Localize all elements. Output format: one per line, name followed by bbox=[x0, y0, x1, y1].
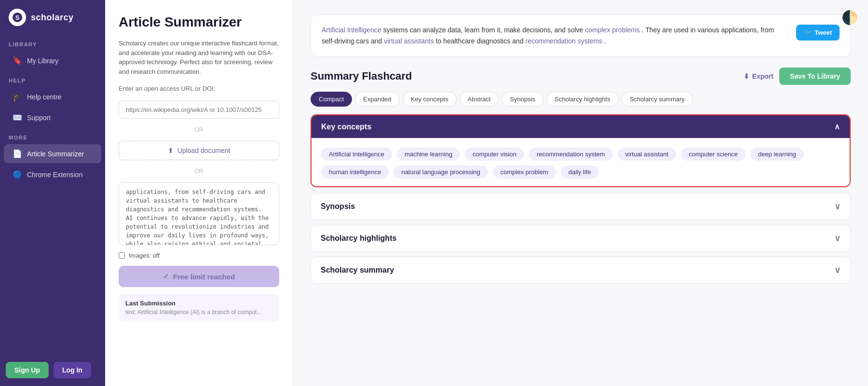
sidebar-logo[interactable]: S scholarcy bbox=[0, 0, 105, 35]
upload-document-button[interactable]: ⬆ Upload document bbox=[119, 141, 279, 160]
concept-tag-daily-life[interactable]: daily life bbox=[561, 165, 599, 179]
library-section-label: LIBRARY bbox=[0, 35, 105, 50]
last-submission-box: Last Submission text: Artificial Intelli… bbox=[119, 294, 279, 321]
export-label: Export bbox=[752, 72, 773, 80]
svg-text:S: S bbox=[15, 14, 20, 21]
tab-scholarcy-highlights-label: Scholarcy highlights bbox=[555, 96, 610, 103]
bookmark-icon: 🔖 bbox=[13, 56, 22, 65]
save-library-button[interactable]: Save To Library bbox=[779, 68, 851, 85]
tab-abstract[interactable]: Abstract bbox=[460, 92, 499, 107]
key-concepts-card: Key concepts ∧ Artificial Intelligence m… bbox=[311, 114, 851, 187]
sidebar: S scholarcy LIBRARY 🔖 My Library HELP 🎓 … bbox=[0, 0, 105, 386]
tab-key-concepts-label: Key concepts bbox=[411, 96, 448, 103]
key-concepts-title: Key concepts bbox=[321, 123, 371, 131]
tab-scholarcy-highlights[interactable]: Scholarcy highlights bbox=[546, 92, 619, 107]
sidebar-item-my-library[interactable]: 🔖 My Library bbox=[4, 51, 101, 70]
free-limit-label: Free limit reached bbox=[173, 273, 235, 281]
images-checkbox[interactable] bbox=[119, 252, 125, 259]
more-section-label: MORE bbox=[0, 128, 105, 143]
concept-tag-computer-vision[interactable]: computer vision bbox=[465, 148, 524, 161]
tab-key-concepts[interactable]: Key concepts bbox=[403, 92, 457, 107]
ai-link-recommendation-systems[interactable]: recommendation systems bbox=[526, 37, 603, 45]
sidebar-item-support[interactable]: ✉️ Support bbox=[4, 108, 101, 127]
ai-link-virtual-assistants[interactable]: virtual assistants bbox=[384, 37, 434, 45]
tab-compact-label: Compact bbox=[319, 96, 344, 103]
page-title: Article Summarizer bbox=[119, 14, 279, 30]
key-concepts-body: Artificial Intelligence machine learning… bbox=[312, 138, 850, 186]
synopsis-section: Synopsis ∨ bbox=[311, 193, 851, 220]
login-button[interactable]: Log In bbox=[54, 362, 91, 378]
scholarcy-summary-chevron-down-icon: ∨ bbox=[834, 265, 841, 276]
scholarcy-summary-header[interactable]: Scholarcy summary ∨ bbox=[311, 257, 850, 283]
scholarcy-summary-label: Scholarcy summary bbox=[321, 266, 394, 275]
url-input[interactable] bbox=[119, 101, 279, 119]
images-row: Images: off bbox=[119, 252, 279, 259]
main-content: Article Summarizer Scholarcy creates our… bbox=[105, 0, 868, 386]
tab-expanded[interactable]: Expanded bbox=[355, 92, 400, 107]
upload-label: Upload document bbox=[177, 147, 231, 154]
left-description: Scholarcy creates our unique interactive… bbox=[119, 39, 279, 76]
ai-description-box: Artificial Intelligence systems can anal… bbox=[311, 14, 851, 57]
twitter-icon: 🐦 bbox=[804, 29, 812, 36]
scholarcy-highlights-chevron-down-icon: ∨ bbox=[834, 233, 841, 244]
concept-tag-virtual-assistant[interactable]: virtual assistant bbox=[618, 148, 677, 161]
tab-synopsis[interactable]: Synopsis bbox=[502, 92, 543, 107]
concept-tag-recommendation-system[interactable]: recommendation system bbox=[529, 148, 613, 161]
synopsis-header[interactable]: Synopsis ∨ bbox=[311, 193, 850, 220]
collapse-up-icon: ∧ bbox=[834, 122, 840, 131]
signup-button[interactable]: Sign Up bbox=[6, 362, 49, 378]
article-icon: 📄 bbox=[13, 149, 22, 158]
concept-tag-artificial-intelligence[interactable]: Artificial Intelligence bbox=[321, 148, 392, 161]
concept-tag-natural-language-processing[interactable]: natural language processing bbox=[393, 165, 488, 179]
checkmark-icon: ✓ bbox=[163, 272, 169, 281]
last-submission-title: Last Submission bbox=[125, 300, 272, 307]
sidebar-item-article-summarizer[interactable]: 📄 Article Summarizer bbox=[4, 144, 101, 163]
scholarcy-highlights-header[interactable]: Scholarcy highlights ∨ bbox=[311, 225, 850, 251]
or-divider-1: OR bbox=[119, 126, 279, 133]
article-text-area[interactable]: applications, from self-driving cars and… bbox=[119, 182, 279, 245]
flashcard-actions: ⬇ Export Save To Library bbox=[744, 68, 851, 85]
concept-tag-human-intelligence[interactable]: human intelligence bbox=[321, 165, 389, 179]
chrome-extension-label: Chrome Extension bbox=[27, 171, 82, 179]
concept-tag-complex-problem[interactable]: complex problem bbox=[493, 165, 556, 179]
ai-link-complex-problems[interactable]: complex problems bbox=[585, 26, 640, 34]
synopsis-label: Synopsis bbox=[321, 202, 355, 211]
key-concepts-header[interactable]: Key concepts ∧ bbox=[312, 115, 850, 138]
left-panel: Article Summarizer Scholarcy creates our… bbox=[105, 0, 293, 386]
sidebar-item-chrome-extension[interactable]: 🔵 Chrome Extension bbox=[4, 165, 101, 184]
scholarcy-highlights-label: Scholarcy highlights bbox=[321, 234, 396, 243]
envelope-icon: ✉️ bbox=[13, 113, 22, 122]
export-button[interactable]: ⬇ Export bbox=[744, 72, 773, 80]
article-summarizer-label: Article Summarizer bbox=[27, 150, 84, 158]
concept-tag-machine-learning[interactable]: machine learning bbox=[397, 148, 460, 161]
sidebar-bottom-buttons: Sign Up Log In bbox=[0, 354, 105, 386]
tab-scholarcy-summary-label: Scholarcy summary bbox=[630, 96, 685, 103]
tab-scholarcy-summary[interactable]: Scholarcy summary bbox=[622, 92, 693, 107]
synopsis-chevron-down-icon: ∨ bbox=[834, 201, 841, 212]
last-submission-text: text: Artificial Intelligence (AI) is a … bbox=[125, 309, 272, 316]
scholarcy-highlights-section: Scholarcy highlights ∨ bbox=[311, 225, 851, 252]
sidebar-item-help-centre[interactable]: 🎓 Help centre bbox=[4, 87, 101, 106]
images-label: Images: off bbox=[129, 252, 160, 259]
tweet-label: Tweet bbox=[814, 29, 832, 36]
tab-expanded-label: Expanded bbox=[363, 96, 392, 103]
upload-icon: ⬆ bbox=[168, 147, 174, 154]
scholarcy-summary-section: Scholarcy summary ∨ bbox=[311, 257, 851, 284]
concept-tag-deep-learning[interactable]: deep learning bbox=[750, 148, 804, 161]
right-panel: 🌓 Artificial Intelligence systems can an… bbox=[293, 0, 868, 386]
url-input-label: Enter an open access URL or DOI: bbox=[119, 85, 279, 92]
tab-synopsis-label: Synopsis bbox=[510, 96, 535, 103]
or-divider-2: OR bbox=[119, 168, 279, 175]
dark-mode-toggle[interactable]: 🌓 bbox=[841, 10, 858, 26]
free-limit-button: ✓ Free limit reached bbox=[119, 266, 279, 287]
support-label: Support bbox=[27, 114, 51, 122]
ai-description-text: Artificial Intelligence systems can anal… bbox=[322, 25, 788, 47]
concept-tag-computer-science[interactable]: computer science bbox=[681, 148, 746, 161]
app-name: scholarcy bbox=[31, 13, 74, 23]
logo-icon: S bbox=[9, 9, 26, 26]
tab-compact[interactable]: Compact bbox=[311, 92, 352, 107]
my-library-label: My Library bbox=[27, 57, 58, 65]
ai-link-artificial-intelligence[interactable]: Artificial Intelligence bbox=[322, 26, 381, 34]
export-icon: ⬇ bbox=[744, 72, 749, 80]
tweet-button[interactable]: 🐦 Tweet bbox=[796, 25, 840, 41]
